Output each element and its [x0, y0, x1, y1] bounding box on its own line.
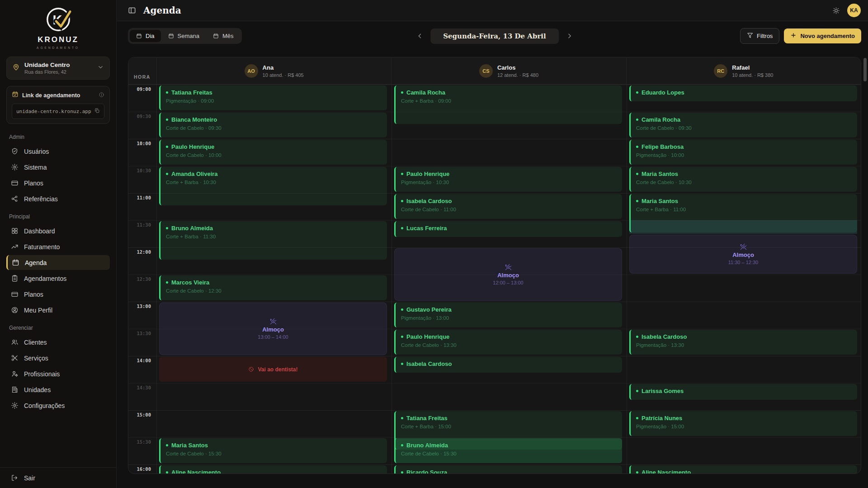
event-status-dot	[166, 118, 168, 121]
logout-button[interactable]: Sair	[0, 467, 116, 488]
time-label: 16:00	[128, 466, 156, 472]
event-client-name: Ricardo Souza	[406, 469, 447, 474]
event-service-time: Corte de Cabelo · 09:30	[166, 125, 382, 131]
event-card[interactable]: Aline Nascimento	[629, 465, 857, 474]
event-service-time: Pigmentação · 09:00	[166, 98, 382, 104]
filters-button[interactable]: Filtros	[740, 28, 779, 44]
sidebar-item-usuarios[interactable]: Usuários	[6, 144, 110, 159]
view-tab-label: Dia	[146, 33, 155, 39]
sidebar-item-servicos[interactable]: Serviços	[6, 351, 110, 365]
sidebar-item-clientes[interactable]: Clientes	[6, 335, 110, 350]
nav-section-label: Principal	[9, 213, 107, 220]
professional-header-carlos: CSCarlos12 atend. · R$ 480	[391, 57, 626, 84]
event-status-dot	[401, 227, 403, 229]
lunch-block[interactable]: Almoço12:00 – 13:00	[394, 248, 622, 301]
layout-grid-icon	[11, 227, 19, 235]
user-avatar[interactable]: KA	[847, 4, 861, 17]
sidebar-item-dashboard[interactable]: Dashboard	[6, 223, 110, 238]
new-appointment-label: Novo agendamento	[800, 33, 855, 39]
event-card[interactable]: Paulo HenriqueCorte de Cabelo · 13:30	[394, 330, 622, 355]
gear-icon	[11, 163, 19, 171]
professional-header-rafael: RCRafael10 atend. · R$ 380	[626, 57, 861, 84]
event-card[interactable]: Camila RochaCorte + Barba · 09:00	[394, 85, 622, 124]
sidebar-item-planos[interactable]: Planos	[6, 175, 110, 190]
event-card[interactable]: Maria SantosCorte de Cabelo · 10:30	[629, 167, 857, 192]
event-card[interactable]: Maria SantosCorte de Cabelo · 15:30	[159, 438, 387, 463]
view-tab-semana[interactable]: Semana	[162, 30, 206, 42]
event-client-name: Paulo Henrique	[171, 143, 214, 150]
lunch-title: Almoço	[497, 272, 519, 279]
event-status-dot	[636, 417, 638, 419]
event-card[interactable]: Lucas Ferreira	[394, 221, 622, 237]
view-tab-dia[interactable]: Dia	[130, 30, 161, 42]
time-label: 09:30	[128, 114, 156, 119]
event-status-dot	[166, 281, 168, 284]
event-card[interactable]: Tatiana FreitasPigmentação · 09:00	[159, 85, 387, 110]
logout-label: Sair	[24, 474, 35, 482]
sidebar-item-configuracoes[interactable]: Configurações	[6, 398, 110, 413]
sidebar-item-label: Clientes	[24, 339, 47, 346]
sidebar-item-faturamento[interactable]: Faturamento	[6, 239, 110, 254]
event-card[interactable]: Ricardo Souza	[394, 465, 622, 474]
event-card[interactable]: Marcos VieiraCorte de Cabelo · 12:30	[159, 275, 387, 300]
event-client-name: Aline Nascimento	[642, 469, 691, 474]
event-client-name: Eduardo Lopes	[642, 89, 684, 96]
event-card[interactable]: Camila RochaCorte de Cabelo · 09:30	[629, 113, 857, 137]
prev-day-button[interactable]	[416, 33, 423, 39]
current-date-label[interactable]: Segunda-Feira, 13 De Abril	[430, 28, 559, 44]
event-status-dot	[401, 363, 403, 365]
sidebar-item-sistema[interactable]: Sistema	[6, 160, 110, 175]
event-client-name: Amanda Oliveira	[171, 171, 218, 177]
time-label: 12:00	[128, 249, 156, 255]
sidebar-item-label: Agenda	[25, 259, 47, 266]
next-day-button[interactable]	[566, 33, 573, 39]
event-status-dot	[166, 444, 168, 446]
sidebar-item-planos[interactable]: Planos	[6, 287, 110, 302]
event-card[interactable]: Isabela CardosoPigmentação · 13:30	[629, 330, 857, 355]
event-card[interactable]: Bianca MonteiroCorte de Cabelo · 09:30	[159, 113, 387, 137]
event-service-time: Corte + Barba · 15:00	[401, 424, 617, 429]
date-navigation: Segunda-Feira, 13 De Abril	[416, 28, 573, 44]
event-card[interactable]: Paulo HenriquePigmentação · 10:30	[394, 167, 622, 192]
new-appointment-button[interactable]: Novo agendamento	[784, 28, 861, 43]
event-card[interactable]: Aline Nascimento	[159, 465, 387, 474]
sidebar-item-label: Dashboard	[24, 227, 55, 235]
event-card[interactable]: Isabela Cardoso	[394, 357, 622, 373]
event-card[interactable]: Bruno AlmeidaCorte de Cabelo · 15:30	[394, 438, 622, 463]
booking-link-input[interactable]: unidade-centro.kronuz.app	[12, 104, 104, 119]
sidebar-item-referencias[interactable]: Referências	[6, 191, 110, 206]
event-client-name: Maria Santos	[171, 442, 208, 449]
event-card[interactable]: Paulo HenriqueCorte de Cabelo · 10:00	[159, 140, 387, 165]
event-client-name: Aline Nascimento	[171, 469, 221, 474]
sidebar-toggle-icon[interactable]	[128, 6, 136, 14]
event-card[interactable]: Eduardo Lopes	[629, 85, 857, 101]
lunch-block[interactable]: Almoço11:30 – 12:30	[629, 235, 857, 274]
event-card[interactable]: Amanda OliveiraCorte + Barba · 10:30	[159, 167, 387, 205]
event-card[interactable]: Felipe BarbosaPigmentação · 10:00	[629, 140, 857, 165]
sidebar-item-agendamentos[interactable]: Agendamentos	[6, 271, 110, 286]
event-client-name: Larissa Gomes	[642, 388, 684, 394]
event-card[interactable]: Bruno AlmeidaCorte + Barba · 11:30	[159, 221, 387, 260]
sidebar-item-profissionais[interactable]: Profissionais	[6, 366, 110, 381]
info-icon[interactable]	[99, 91, 104, 99]
sidebar-item-meu-perfil[interactable]: Meu Perfil	[6, 303, 110, 317]
event-service-time: Corte de Cabelo · 15:30	[166, 451, 382, 456]
sidebar-item-unidades[interactable]: Unidades	[6, 382, 110, 397]
event-card[interactable]: Patrícia NunesPigmentação · 15:00	[629, 411, 857, 436]
time-label: 13:00	[128, 303, 156, 309]
sidebar-item-agenda[interactable]: Agenda	[6, 255, 110, 270]
view-tab-mes[interactable]: Mês	[207, 30, 240, 42]
blocked-time-block[interactable]: Vai ao dentista!	[159, 357, 387, 382]
time-label: 15:30	[128, 439, 156, 445]
unit-selector[interactable]: Unidade Centro Rua das Flores, 42	[6, 57, 110, 80]
copy-icon[interactable]	[94, 107, 100, 115]
event-card[interactable]: Larissa Gomes	[629, 384, 857, 400]
event-card[interactable]: Gustavo PereiraPigmentação · 13:00	[394, 303, 622, 327]
theme-toggle-sun-icon[interactable]	[832, 7, 840, 14]
lunch-block[interactable]: Almoço13:00 – 14:00	[159, 303, 387, 355]
scrollbar-thumb[interactable]	[863, 58, 867, 81]
calendar-icon	[213, 33, 219, 39]
brand-tagline: AGENDAMENTO	[37, 46, 80, 49]
event-status-dot	[166, 146, 168, 148]
event-card[interactable]: Isabela CardosoCorte de Cabelo · 11:00	[394, 194, 622, 219]
